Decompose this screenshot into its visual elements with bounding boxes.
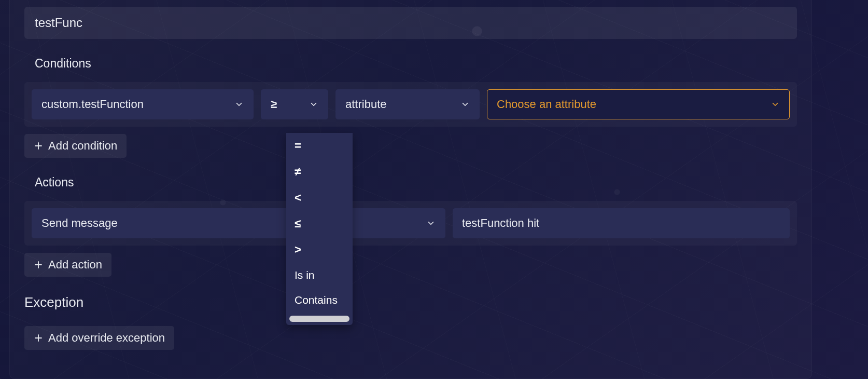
dropdown-scrollbar[interactable]	[289, 316, 349, 322]
action-value-input[interactable]	[453, 208, 790, 238]
rule-name-input[interactable]	[24, 7, 797, 39]
add-action-label: Add action	[48, 258, 102, 272]
chevron-down-icon	[234, 100, 244, 109]
operator-dropdown[interactable]: =≠<≤>Is inContains	[286, 133, 353, 325]
conditions-title: Conditions	[35, 57, 797, 71]
add-condition-button[interactable]: Add condition	[24, 134, 127, 158]
condition-function-value: custom.testFunction	[41, 98, 144, 111]
add-action-button[interactable]: Add action	[24, 253, 111, 277]
operator-option[interactable]: Is in	[286, 263, 353, 288]
operator-option[interactable]: <	[286, 185, 353, 211]
operator-option[interactable]: >	[286, 237, 353, 263]
condition-attribute-kind-value: attribute	[345, 98, 387, 111]
exception-title: Exception	[24, 294, 797, 310]
actions-title: Actions	[35, 175, 797, 190]
condition-attribute-kind-select[interactable]: attribute	[335, 89, 480, 119]
add-override-exception-button[interactable]: Add override exception	[24, 326, 174, 350]
action-row: Send message	[24, 201, 797, 246]
condition-attribute-placeholder: Choose an attribute	[497, 98, 596, 111]
operator-option[interactable]: Contains	[286, 288, 353, 313]
condition-operator-select[interactable]: ≥	[261, 89, 328, 119]
rule-card: Conditions custom.testFunction ≥ attribu…	[9, 0, 812, 379]
plus-icon	[34, 333, 43, 343]
condition-function-select[interactable]: custom.testFunction	[32, 89, 254, 119]
operator-option[interactable]: ≤	[286, 211, 353, 237]
chevron-down-icon	[771, 100, 780, 109]
condition-row: custom.testFunction ≥ attribute Choose a…	[24, 82, 797, 127]
condition-operator-value: ≥	[271, 98, 277, 111]
action-type-select[interactable]: Send message	[32, 208, 445, 238]
chevron-down-icon	[309, 100, 318, 109]
chevron-down-icon	[426, 219, 436, 228]
action-type-value: Send message	[41, 216, 118, 230]
operator-option[interactable]: ≠	[286, 159, 353, 185]
plus-icon	[34, 141, 43, 151]
add-override-exception-label: Add override exception	[48, 331, 165, 345]
plus-icon	[34, 260, 43, 269]
add-condition-label: Add condition	[48, 139, 117, 153]
chevron-down-icon	[460, 100, 470, 109]
condition-attribute-select[interactable]: Choose an attribute	[487, 89, 790, 119]
operator-option[interactable]: =	[286, 133, 353, 159]
